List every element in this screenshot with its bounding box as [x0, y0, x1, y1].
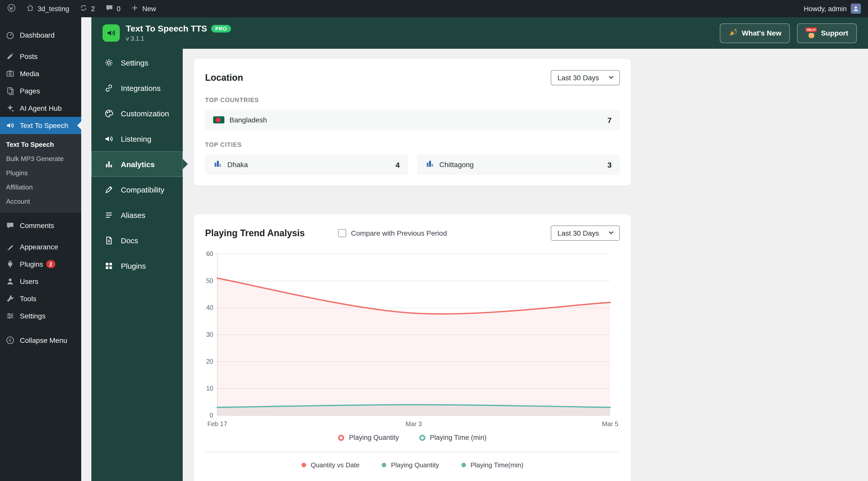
legend-playing-time[interactable]: Playing Time (min): [419, 434, 487, 441]
sidebar-item-users[interactable]: Users: [0, 273, 81, 290]
legend-quantity-vs-date[interactable]: Quantity vs Date: [302, 461, 360, 469]
card-divider: [205, 452, 620, 452]
trend-title: Playing Trend Analysis: [205, 228, 305, 238]
analytics-bars-icon: [103, 159, 114, 169]
sidebar-item-settings[interactable]: Settings: [0, 307, 81, 325]
sidebar-item-posts[interactable]: Posts: [0, 48, 81, 65]
location-card: Location Last 30 Days TOP COUNTRIES Bang…: [194, 59, 631, 186]
sidebar-item-text-to-speech[interactable]: Text To Speech: [0, 117, 81, 134]
svg-text:60: 60: [206, 250, 213, 257]
comments-icon: [5, 220, 15, 231]
legend-dot: [382, 463, 386, 467]
plugin-nav-compatibility[interactable]: Compatibility: [91, 177, 183, 202]
plugin-version: v 3.1.1: [126, 35, 231, 42]
plugin-nav-aliases[interactable]: Aliases: [91, 202, 183, 228]
footer-legend: Quantity vs Date Playing Quantity Playin…: [205, 461, 620, 469]
sidebar-item-appearance[interactable]: Appearance: [0, 238, 81, 255]
country-row-bangladesh: Bangladesh 7: [205, 110, 620, 130]
plugin-area: Text To Speech TTS PRO v 3.1.1 What's Ne…: [91, 17, 868, 481]
chevron-down-icon: [608, 73, 614, 82]
svg-text:30: 30: [206, 331, 213, 338]
plugin-nav-customization[interactable]: Customization: [91, 100, 183, 126]
svg-text:20: 20: [206, 358, 213, 365]
compatibility-icon: [103, 184, 114, 194]
account-menu[interactable]: Howdy, admin: [804, 4, 861, 14]
text-to-speech-icon: [5, 120, 15, 130]
grid-icon: [103, 261, 114, 271]
sidebar-item-ai-agent-hub[interactable]: AI Agent Hub: [0, 99, 81, 117]
location-range-select[interactable]: Last 30 Days: [551, 70, 620, 85]
plugin-nav: Settings Integrations Customization List…: [91, 49, 183, 481]
plugin-nav-analytics[interactable]: Analytics: [91, 151, 183, 177]
support-button[interactable]: HELP Support: [797, 23, 857, 43]
ai-agent-hub-icon: [5, 103, 15, 113]
plugin-nav-settings[interactable]: Settings: [91, 50, 183, 75]
top-cities-label: TOP CITIES: [205, 141, 620, 148]
palette-icon: [103, 108, 114, 118]
trend-range-select[interactable]: Last 30 Days: [551, 226, 620, 241]
city-bars-icon: [213, 159, 222, 170]
legend-playing-quantity[interactable]: Playing Quantity: [338, 434, 399, 441]
party-icon: [728, 28, 738, 38]
sidebar-item-plugins[interactable]: Plugins 2: [0, 255, 81, 273]
svg-text:10: 10: [206, 385, 213, 392]
submenu-item-text-to-speech[interactable]: Text To Speech: [0, 138, 81, 152]
plugin-nav-listening[interactable]: Listening: [91, 126, 183, 151]
legend-playing-quantity-2[interactable]: Playing Quantity: [382, 461, 439, 469]
updates-icon: [80, 4, 88, 14]
compare-checkbox[interactable]: [338, 229, 346, 237]
updates-link[interactable]: 2: [80, 4, 95, 14]
home-icon: [26, 4, 34, 14]
gear-icon: [103, 57, 114, 67]
users-icon: [5, 276, 15, 287]
svg-text:50: 50: [206, 277, 213, 284]
plugin-nav-docs[interactable]: Docs: [91, 228, 183, 253]
chart-legend: Playing Quantity Playing Time (min): [205, 434, 620, 441]
submenu-item-plugins[interactable]: Plugins: [0, 166, 81, 180]
trend-card: Playing Trend Analysis Compare with Prev…: [194, 214, 631, 481]
pro-badge: PRO: [211, 25, 231, 32]
new-content-link[interactable]: New: [131, 4, 156, 14]
legend-swatch: [338, 434, 344, 441]
whats-new-button[interactable]: What's New: [720, 23, 790, 43]
plus-icon: [131, 4, 140, 14]
submenu-item-bulk-mp3-generate[interactable]: Bulk MP3 Generate: [0, 152, 81, 166]
collapse-menu-button[interactable]: Collapse Menu: [0, 332, 81, 349]
sidebar-item-dashboard[interactable]: Dashboard: [0, 26, 81, 44]
tts-submenu: Text To Speech Bulk MP3 Generate Plugins…: [0, 134, 81, 213]
svg-text:Mar 5: Mar 5: [602, 420, 618, 427]
tools-icon: [5, 294, 15, 304]
svg-text:0: 0: [210, 412, 213, 419]
plugin-nav-integrations[interactable]: Integrations: [91, 75, 183, 100]
plugin-logo-icon: [102, 24, 120, 42]
city-bars-icon: [425, 159, 434, 170]
plugin-nav-plugins[interactable]: Plugins: [91, 253, 183, 278]
trend-line-chart: 0102030405060Feb 17Mar 3Mar 5: [205, 250, 620, 429]
sidebar-item-pages[interactable]: Pages: [0, 82, 81, 99]
wp-admin-menu: Dashboard Posts Media Pages AI Agent Hub…: [0, 17, 81, 481]
wordpress-menu[interactable]: [7, 4, 16, 14]
plugins-update-badge: 2: [46, 260, 55, 268]
appearance-icon: [5, 242, 15, 252]
sidebar-item-tools[interactable]: Tools: [0, 290, 81, 307]
dashboard-icon: [5, 30, 15, 40]
submenu-item-affiliation[interactable]: Affiliation: [0, 180, 81, 194]
city-row-chittagong: Chittagong 3: [417, 154, 620, 175]
help-hand-icon: HELP: [806, 28, 817, 38]
top-countries-label: TOP COUNTRIES: [205, 96, 620, 103]
legend-swatch: [419, 434, 425, 441]
link-icon: [103, 83, 114, 93]
compare-with-previous-toggle[interactable]: Compare with Previous Period: [338, 229, 447, 237]
comments-link[interactable]: 0: [105, 4, 121, 14]
analytics-content: Location Last 30 Days TOP COUNTRIES Bang…: [183, 49, 868, 481]
city-row-dhaka: Dhaka 4: [205, 154, 408, 175]
submenu-item-account[interactable]: Account: [0, 194, 81, 209]
settings-sliders-icon: [5, 311, 15, 321]
admin-bar: 3d_testing 2 0 New Howdy, admin: [0, 0, 868, 17]
site-name-link[interactable]: 3d_testing: [26, 4, 69, 14]
legend-playing-time-2[interactable]: Playing Time(min): [461, 461, 523, 469]
sidebar-item-media[interactable]: Media: [0, 65, 81, 82]
legend-dot: [461, 463, 466, 467]
sidebar-item-comments[interactable]: Comments: [0, 217, 81, 234]
howdy-text: Howdy, admin: [804, 5, 847, 12]
